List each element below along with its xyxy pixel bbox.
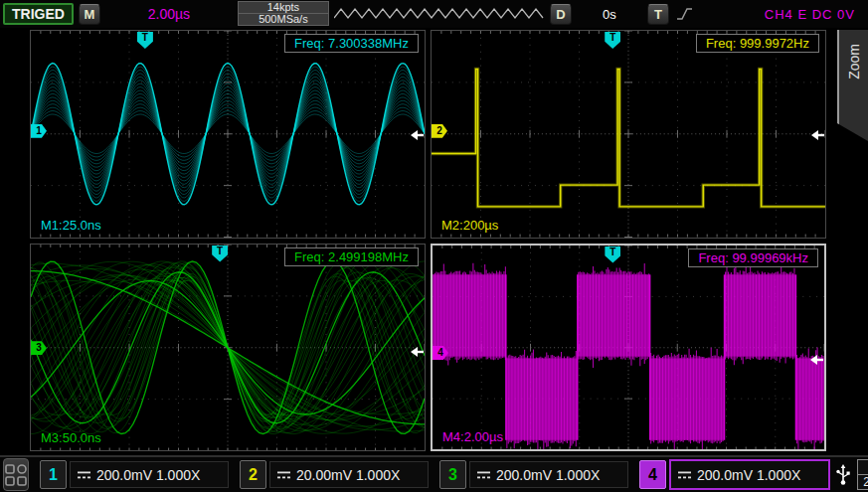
rising-edge-icon — [676, 6, 694, 22]
delay-menu-button[interactable]: D — [550, 4, 572, 25]
channel-2-scale-box[interactable]: 20.00mV 1.000X — [269, 461, 429, 488]
trigger-level-arrow-ch3[interactable] — [411, 343, 424, 353]
trigger-menu-button[interactable]: T — [647, 4, 669, 25]
trigger-level-arrow-ch1[interactable] — [411, 126, 424, 136]
channel-group-3: 3 200.0mV 1.000X — [439, 460, 628, 489]
channel-group-2: 2 20.00mV 1.000X — [240, 460, 429, 489]
freq-readout-ch3: Freq: 2.499198MHz — [284, 247, 419, 266]
timebase-overview-strip[interactable] — [334, 5, 545, 23]
usb-icon — [835, 464, 851, 486]
zoom-tab-label: Zoom — [846, 44, 862, 80]
channel-1-scale-box[interactable]: 200.0mV 1.000X — [70, 461, 229, 488]
scope-quadrant-ch3[interactable]: T Freq: 2.499198MHz 3 M3:50.0ns — [30, 244, 426, 452]
acquisition-info: 14kpts 500MSa/s — [238, 2, 329, 26]
trigger-status-badge: TRIGED — [3, 3, 74, 25]
time-readout: 19:53 — [857, 459, 868, 475]
channel-4-scale: 200.0mV 1.000X — [697, 467, 800, 483]
channel-group-1: 1 200.0mV 1.000X — [40, 460, 229, 489]
scope-quadrant-ch1[interactable]: T Freq: 7.300338MHz 1 M1:25.0ns — [30, 30, 426, 239]
sample-rate-readout: 500MSa/s — [238, 13, 329, 26]
trigger-level-arrow-ch4[interactable] — [810, 351, 823, 361]
freq-readout-ch2: Freq: 999.9972Hz — [696, 34, 819, 53]
dc-coupling-icon — [77, 470, 91, 480]
date-readout: 2022/7/26 — [857, 474, 868, 490]
trigger-source-readout: CH4 E DC 0V — [765, 7, 855, 22]
waveform-display-area: T Freq: 7.300338MHz 1 M1:25.0ns T Freq: … — [0, 28, 868, 455]
waveform-ch2 — [432, 31, 825, 238]
scope-quadrant-ch4[interactable]: T Freq: 99.99969kHz 4 M4:2.00µs — [431, 244, 826, 452]
channel-1-scale: 200.0mV 1.000X — [96, 467, 200, 483]
quad-grid: T Freq: 7.300338MHz 1 M1:25.0ns T Freq: … — [30, 30, 826, 451]
channel-1-badge[interactable]: 1 — [40, 460, 67, 489]
bottom-channel-bar: 1 200.0mV 1.000X 2 20.00mV 1.000X 3 — [0, 455, 868, 492]
freq-readout-ch4: Freq: 99.99969kHz — [688, 248, 818, 267]
channel-3-badge[interactable]: 3 — [439, 460, 466, 489]
channel-2-badge[interactable]: 2 — [240, 460, 266, 489]
dc-coupling-icon — [476, 470, 491, 480]
quad-grid-icon — [4, 463, 28, 487]
waveform-ch1 — [31, 31, 425, 238]
top-status-bar: TRIGED M 2.00µs 14kpts 500MSa/s D 0s T C… — [0, 0, 868, 28]
channel-3-scale-box[interactable]: 200.0mV 1.000X — [469, 461, 628, 488]
channel-4-badge[interactable]: 4 — [639, 460, 666, 489]
horizontal-menu-button[interactable]: M — [79, 4, 100, 25]
channel-3-scale: 200.0mV 1.000X — [496, 467, 600, 483]
trigger-level-arrow-ch2[interactable] — [811, 126, 824, 136]
display-layout-button[interactable] — [3, 458, 29, 491]
channel-4-scale-box[interactable]: 200.0mV 1.000X — [669, 459, 830, 490]
channel-group-4: 4 200.0mV 1.000X — [639, 459, 830, 490]
zoom-timebase-readout-ch3: M3:50.0ns — [41, 430, 101, 445]
horizontal-delay-readout: 0s — [577, 7, 642, 22]
zoom-side-tab[interactable]: Zoom — [837, 30, 868, 141]
oscilloscope-screen: TRIGED M 2.00µs 14kpts 500MSa/s D 0s T C… — [0, 0, 868, 492]
dc-coupling-icon — [276, 470, 291, 480]
waveform-ch4 — [433, 246, 824, 450]
channel-2-scale: 20.00mV 1.000X — [296, 467, 400, 483]
timebase-readout: 2.00µs — [105, 6, 233, 22]
zoom-timebase-readout-ch1: M1:25.0ns — [41, 218, 101, 233]
freq-readout-ch1: Freq: 7.300338MHz — [284, 34, 419, 53]
scope-quadrant-ch2[interactable]: T Freq: 999.9972Hz 2 M2:200µs — [431, 30, 826, 239]
clock-area: 19:53 2022/7/26 — [835, 460, 868, 490]
zoom-timebase-readout-ch4: M4:2.00µs — [442, 429, 503, 444]
waveform-ch3 — [31, 245, 425, 451]
dc-coupling-icon — [677, 470, 692, 480]
zoom-timebase-readout-ch2: M2:200µs — [441, 218, 498, 233]
